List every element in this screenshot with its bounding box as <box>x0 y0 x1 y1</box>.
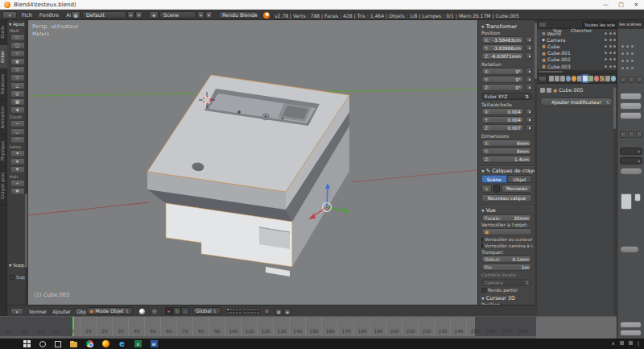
lock-object-selector[interactable]: ▣ <box>481 228 532 235</box>
clip-end-field[interactable]: Fin:1m <box>481 264 532 271</box>
dimension-field[interactable]: Z:1.4cm <box>481 156 532 163</box>
taskbar-icon[interactable] <box>134 340 142 347</box>
toolshelf-tab[interactable]: Physique <box>0 135 7 167</box>
selectability-toggle[interactable] <box>609 65 612 68</box>
lock-icon[interactable] <box>526 36 532 44</box>
tray-expand-icon[interactable]: ∧ <box>612 340 615 346</box>
properties-tab[interactable] <box>588 76 593 81</box>
add-mesh-button[interactable]: ▭ <box>10 34 25 41</box>
properties-editor-icon[interactable] <box>539 76 547 81</box>
scale-field[interactable]: Z:0.007 <box>481 124 524 131</box>
tab-scene[interactable]: Scène <box>481 175 507 183</box>
strip-field[interactable] <box>620 322 642 328</box>
lock-camera-checkbox[interactable] <box>481 243 483 248</box>
show-desktop-button[interactable]: | <box>638 340 639 346</box>
render-engine-selector[interactable]: Rendu Blender <box>218 11 258 19</box>
add-mesh-button[interactable]: ▽ <box>10 74 25 81</box>
lock-icon[interactable] <box>526 124 532 131</box>
strip-field[interactable] <box>620 93 642 100</box>
add-mesh-button[interactable]: ◈ <box>10 106 25 114</box>
add-mesh-button[interactable]: ○ <box>10 50 25 57</box>
lock-to-cursor-checkbox[interactable] <box>481 237 483 242</box>
selectability-toggle[interactable] <box>609 32 612 35</box>
properties-tab[interactable] <box>594 76 599 81</box>
object-data-icon[interactable] <box>547 88 551 93</box>
tray-icon[interactable] <box>620 341 624 345</box>
opengl-render-icon[interactable]: ▦ <box>275 308 283 315</box>
strip-close-icon[interactable] <box>636 77 642 83</box>
strip-field[interactable] <box>620 112 642 119</box>
add-mesh-button[interactable]: ◉ <box>10 58 25 65</box>
add-mesh-button[interactable]: ▢ <box>10 42 25 49</box>
viewport-editor-type-menu[interactable]: ▾ <box>10 308 23 315</box>
add-modifier-dropdown[interactable]: Ajouter modificateur⇅ <box>540 98 613 106</box>
strip-button[interactable] <box>620 77 626 83</box>
pivot-center-icon[interactable]: ◎ <box>152 308 157 314</box>
scene-close-icon[interactable]: ✕ <box>205 11 213 19</box>
layout-selector[interactable]: Default <box>82 11 126 19</box>
add-other-button[interactable]: + <box>10 180 25 187</box>
layer-toggle[interactable] <box>239 311 242 314</box>
renderability-toggle[interactable] <box>613 39 616 41</box>
scrollbar-thumb[interactable] <box>613 87 616 129</box>
screen-layout-icon[interactable]: ▦ <box>71 11 80 19</box>
visibility-toggle[interactable] <box>605 58 607 60</box>
add-lamp-button[interactable]: ● <box>10 158 25 165</box>
selectability-toggle[interactable] <box>609 45 612 48</box>
bottom-checkbox[interactable] <box>10 275 14 280</box>
add-other-button[interactable]: ❖ <box>10 188 25 195</box>
strip-preview-box[interactable] <box>621 193 632 210</box>
renderability-toggle[interactable] <box>613 58 616 60</box>
scene-icon[interactable] <box>540 88 545 93</box>
add-curve-button[interactable]: ~ <box>10 120 25 127</box>
toolshelf-scrollbar[interactable] <box>25 20 27 305</box>
selectability-toggle[interactable] <box>609 39 612 41</box>
viewport-menu-item[interactable]: Vonner <box>29 309 47 314</box>
viewport-menu-item[interactable]: Ajouter <box>52 309 71 314</box>
viewport-shading-icon[interactable] <box>139 309 145 314</box>
properties-tab[interactable] <box>605 76 610 81</box>
strip-field[interactable] <box>620 102 642 110</box>
renderability-toggle[interactable] <box>613 45 616 48</box>
strip-button[interactable] <box>628 77 634 83</box>
add-mesh-button[interactable]: ◎ <box>10 90 25 98</box>
position-field[interactable]: Y:-3.83966cm <box>481 44 524 52</box>
toolshelf-tab[interactable]: Outils <box>0 20 7 45</box>
strip-button[interactable] <box>620 131 626 138</box>
3d-viewport[interactable]: Persp. utilisateur Meters (1) Cube.005 <box>28 20 477 305</box>
add-lamp-button[interactable]: ✦ <box>10 150 25 157</box>
properties-tab[interactable] <box>560 76 565 81</box>
scale-manipulator-icon[interactable]: ▫ <box>181 307 189 315</box>
new-button[interactable]: Nouveau <box>502 185 532 193</box>
render-border-checkbox[interactable] <box>481 288 486 293</box>
toolshelf-tab[interactable]: Crayon gras <box>0 167 7 206</box>
lock-icon[interactable] <box>526 76 532 83</box>
toolshelf-tab[interactable]: Créer <box>0 45 7 69</box>
timeline[interactable]: -40-30-20-100102030405060708090100110120… <box>0 316 536 339</box>
properties-tab[interactable] <box>566 76 571 81</box>
rotation-mode-dropdown[interactable]: Euler XYZ⇅ <box>481 93 532 100</box>
outliner-row[interactable]: ▣ Cube <box>539 43 616 49</box>
rotation-field[interactable]: Y:0° <box>481 76 524 83</box>
lock-icon[interactable] <box>526 116 532 123</box>
taskbar-icon[interactable] <box>39 341 46 347</box>
scrollbar-thumb[interactable] <box>539 71 563 73</box>
grease-data-slot[interactable] <box>493 185 500 193</box>
renderability-toggle[interactable] <box>613 52 616 54</box>
properties-scrollbar[interactable] <box>613 85 616 315</box>
lock-icon[interactable] <box>526 52 532 60</box>
properties-tab[interactable] <box>549 76 554 81</box>
selectability-toggle[interactable] <box>609 52 612 54</box>
scene-add-button[interactable]: + <box>197 11 204 19</box>
editor-type-menu[interactable]: ▾ <box>2 11 17 19</box>
rotation-field[interactable]: Z:0° <box>481 84 524 91</box>
opengl-render-anim-icon[interactable]: ◉ <box>283 308 291 315</box>
strip-field[interactable] <box>620 330 642 336</box>
rotation-field[interactable]: X:0° <box>481 68 524 75</box>
properties-tab[interactable] <box>555 76 559 81</box>
outliner-row[interactable]: ▣ Cube.003 <box>539 63 616 69</box>
clip-start-field[interactable]: Début:0.1mm <box>481 256 532 263</box>
strip-small-box[interactable] <box>634 193 641 202</box>
properties-tab[interactable] <box>572 76 576 81</box>
maximize-button[interactable]: □ <box>613 0 629 10</box>
